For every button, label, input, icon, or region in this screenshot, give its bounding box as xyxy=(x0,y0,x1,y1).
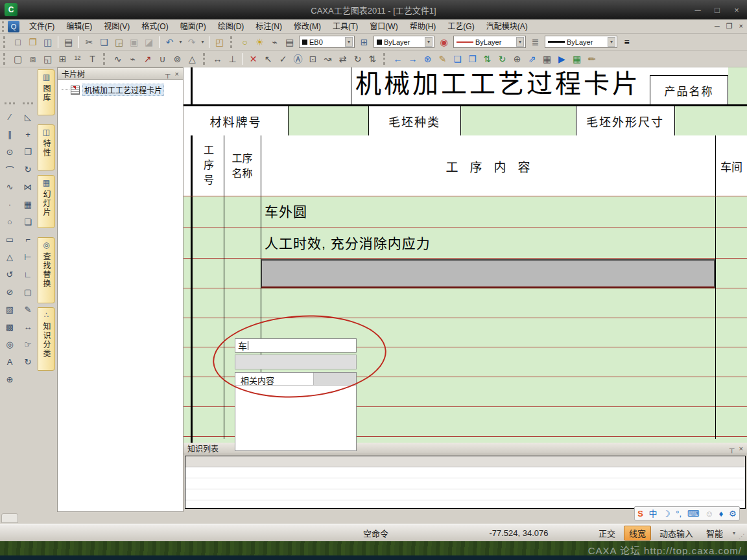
copy-icon[interactable]: ❏ xyxy=(97,35,112,49)
menu-item-2[interactable]: 视图(V) xyxy=(98,19,136,34)
frame-fill-icon[interactable]: ⧈ xyxy=(25,52,40,66)
paper-setup-icon[interactable]: ▢ xyxy=(10,52,25,66)
loop-curve-icon[interactable]: ↺ xyxy=(3,266,17,283)
menu-item-10[interactable]: 帮助(H) xyxy=(404,19,442,34)
datum-symbol-icon[interactable]: Ⓐ xyxy=(290,52,305,66)
tree-item-process-card[interactable]: 机械加工工艺过程卡片 xyxy=(62,84,183,96)
tab-slides[interactable]: ▦幻灯片 xyxy=(38,175,55,228)
layer-bright-icon[interactable]: ☀ xyxy=(252,35,267,49)
undo-dropdown-icon[interactable]: ▾ xyxy=(177,35,184,49)
pin-icon[interactable]: ┬ xyxy=(729,445,735,452)
lineweight-combo[interactable]: ByLayer▾ xyxy=(545,36,617,48)
tree-update-icon[interactable]: ⇅ xyxy=(480,52,495,66)
paste-icon[interactable]: ◲ xyxy=(112,35,126,49)
check-mark-icon[interactable]: ✓ xyxy=(276,52,290,66)
line-tool-icon[interactable]: ∕ xyxy=(3,108,17,126)
hand-card-icon[interactable]: ☞ xyxy=(21,336,35,353)
new-card-icon[interactable]: ❏ xyxy=(450,52,465,66)
clean-brush-icon[interactable]: ✏ xyxy=(584,52,599,66)
arc-tool-icon[interactable]: ⌒ xyxy=(3,161,17,178)
soft-keyboard-icon[interactable]: ⌨ xyxy=(687,509,700,518)
toggle-linewidth[interactable]: 线宽 xyxy=(624,526,651,541)
move-icon[interactable]: + xyxy=(21,126,35,143)
cut-icon[interactable]: ✂ xyxy=(82,35,97,49)
stamp-circle-icon[interactable]: ⊚ xyxy=(170,52,185,66)
current-layer-combo[interactable]: EB0▾ xyxy=(299,36,355,48)
mdi-restore-icon[interactable]: ❐ xyxy=(726,22,733,30)
menu-item-11[interactable]: 工艺(G) xyxy=(442,19,480,34)
menu-item-3[interactable]: 格式(O) xyxy=(136,19,174,34)
array-icon[interactable]: ▦ xyxy=(21,196,35,213)
selected-cell[interactable] xyxy=(261,259,715,288)
toggle-ortho[interactable]: 正交 xyxy=(594,526,620,540)
close-icon[interactable]: × xyxy=(731,5,742,15)
text-tool-icon[interactable]: A xyxy=(3,353,17,371)
copy-object-icon[interactable]: ❐ xyxy=(21,143,35,161)
menu-item-7[interactable]: 修改(M) xyxy=(288,19,327,34)
fullhalf-moon-icon[interactable]: ☽ xyxy=(663,509,670,518)
save-file-icon[interactable]: ◫ xyxy=(40,35,55,49)
tab-library[interactable]: ▥图库 xyxy=(38,69,55,115)
collapsed-panel-tab[interactable] xyxy=(1,513,18,523)
point-tool-icon[interactable]: ∙ xyxy=(3,196,17,213)
section-symbol-icon[interactable]: △ xyxy=(185,52,200,66)
close-icon[interactable]: × xyxy=(175,70,179,78)
serial-number-icon[interactable]: ¹² xyxy=(70,52,85,66)
product-name-cell[interactable]: 产品名称 xyxy=(650,75,728,105)
dim-edit-icon[interactable]: ✎ xyxy=(21,301,35,318)
stretch-icon[interactable]: ↔ xyxy=(21,318,35,336)
close-icon[interactable]: × xyxy=(739,445,743,452)
fill-tool-icon[interactable]: ▩ xyxy=(3,318,17,336)
leader-curve-icon[interactable]: ↝ xyxy=(320,52,335,66)
status-dropdown-icon[interactable]: ▾ xyxy=(733,530,735,536)
row-2-content[interactable]: 人工时效, 充分消除内应力 xyxy=(265,228,431,259)
rotate-icon[interactable]: ↻ xyxy=(21,161,35,178)
title-block-icon[interactable]: ◱ xyxy=(40,52,55,66)
block-icon[interactable]: ❏ xyxy=(21,213,35,231)
row-1-content[interactable]: 车外圆 xyxy=(265,196,307,228)
mdi-close-icon[interactable]: × xyxy=(739,22,743,30)
blank-size-value-cell[interactable] xyxy=(674,106,747,135)
undo-icon[interactable]: ↶ xyxy=(162,35,177,49)
redo-dropdown-icon[interactable]: ▾ xyxy=(199,35,206,49)
open-file-icon[interactable]: ❐ xyxy=(25,35,40,49)
menu-item-1[interactable]: 编辑(E) xyxy=(60,19,98,34)
card-refresh-icon[interactable]: ↻ xyxy=(495,52,510,66)
lineweight-settings-icon[interactable]: ≡ xyxy=(619,35,634,49)
copy-card-icon[interactable]: ❐ xyxy=(465,52,480,66)
redo-icon[interactable]: ↷ xyxy=(184,35,199,49)
color-wheel-icon[interactable]: ◉ xyxy=(436,35,451,49)
rectangle-tool-icon[interactable]: ▭ xyxy=(3,231,17,248)
detail-view-icon[interactable]: ⊕ xyxy=(3,371,17,388)
extend-icon[interactable]: ⊢ xyxy=(21,248,35,266)
label-tool-icon[interactable]: ◎ xyxy=(3,336,17,353)
hatch-tool-icon[interactable]: ▨ xyxy=(3,301,17,318)
card-export-icon[interactable]: ⇗ xyxy=(525,52,540,66)
card-update-icon[interactable]: ↻ xyxy=(21,353,35,371)
skin-icon[interactable]: ♦ xyxy=(719,509,724,518)
calc-table-icon[interactable]: ▦ xyxy=(569,52,584,66)
order-number-icon[interactable]: ⊛ xyxy=(420,52,435,66)
user-account-icon[interactable]: ☺ xyxy=(705,509,713,518)
toggle-dynamic-input[interactable]: 动态输入 xyxy=(655,526,698,540)
corner-icon[interactable]: ∟ xyxy=(21,266,35,283)
trim-mark-icon[interactable]: ✕ xyxy=(246,52,261,66)
menu-item-12[interactable]: 汽配模块(A) xyxy=(480,19,534,34)
prev-card-icon[interactable]: ← xyxy=(390,52,405,66)
resize-grip[interactable]: ⋰ xyxy=(739,533,746,540)
box-3d-icon[interactable]: ▢ xyxy=(21,283,35,301)
menu-item-6[interactable]: 标注(N) xyxy=(250,19,288,34)
axis-line-icon[interactable]: ⊘ xyxy=(3,283,17,301)
color-combo[interactable]: ByLayer▾ xyxy=(374,36,434,48)
dim-coordinate-icon[interactable]: ⊥ xyxy=(225,52,240,66)
card-link-icon[interactable]: ⊕ xyxy=(510,52,525,66)
layer-manager-icon[interactable]: ⊞ xyxy=(357,35,372,49)
new-file-icon[interactable]: □ xyxy=(10,35,25,49)
contour-icon[interactable]: ∪ xyxy=(155,52,170,66)
tab-find-replace[interactable]: ◎查找替换 xyxy=(38,237,55,303)
tab-properties[interactable]: ◫特性 xyxy=(38,124,55,170)
rotate-text-icon[interactable]: ↻ xyxy=(350,52,365,66)
maximize-icon[interactable]: □ xyxy=(712,5,722,15)
tab-knowledge-class[interactable]: ∴知识分类 xyxy=(38,307,55,371)
pointer-arrow-icon[interactable]: ↗ xyxy=(140,52,155,66)
